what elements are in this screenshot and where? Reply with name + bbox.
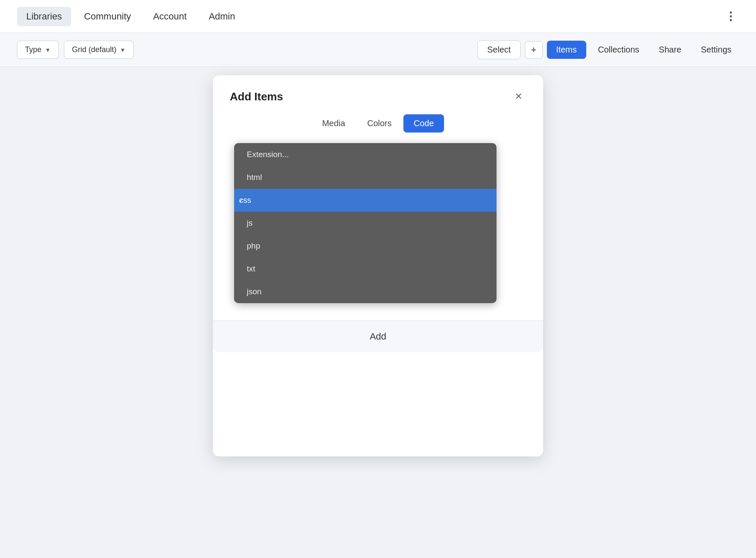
vertical-dots-icon (730, 11, 732, 21)
extension-dropdown-menu: Extension... html ✓ css js php txt (234, 143, 497, 303)
tab-code[interactable]: Code (403, 114, 444, 133)
dropdown-item-js[interactable]: js (234, 212, 497, 235)
toolbar: Type ▼ Grid (default) ▼ Select + Items C… (0, 33, 756, 67)
close-icon: ✕ (515, 91, 522, 102)
dropdown-item-php[interactable]: php (234, 235, 497, 257)
more-menu-button[interactable] (722, 8, 739, 25)
modal-close-button[interactable]: ✕ (511, 89, 526, 104)
nav-item-libraries[interactable]: Libraries (17, 7, 71, 26)
tab-colors[interactable]: Colors (357, 114, 402, 133)
grid-dropdown[interactable]: Grid (default) ▼ (64, 41, 134, 59)
modal-overlay: Add Items ✕ Media Colors Code (0, 67, 756, 101)
type-dropdown[interactable]: Type ▼ (17, 41, 59, 59)
modal-title: Add Items (230, 90, 283, 103)
modal-header: Add Items ✕ (213, 75, 543, 114)
nav-items: Libraries Community Account Admin (17, 7, 244, 26)
nav-item-community[interactable]: Community (74, 7, 140, 26)
modal-add-button[interactable]: Add (230, 331, 526, 342)
dropdown-item-html[interactable]: html (234, 166, 497, 189)
add-items-modal: Add Items ✕ Media Colors Code (213, 75, 543, 456)
check-icon: ✓ (238, 196, 244, 204)
add-button[interactable]: + (525, 41, 543, 59)
dropdown-item-css[interactable]: ✓ css (234, 189, 497, 212)
grid-dropdown-arrow-icon: ▼ (120, 47, 126, 53)
dropdown-item-extension[interactable]: Extension... (234, 143, 497, 166)
items-button[interactable]: Items (547, 41, 586, 59)
modal-footer: Add (213, 320, 543, 352)
nav-item-admin[interactable]: Admin (199, 7, 244, 26)
top-nav: Libraries Community Account Admin (0, 0, 756, 33)
toolbar-right: Select + Items Collections Share Setting… (477, 40, 739, 59)
dropdown-item-txt[interactable]: txt (234, 257, 497, 280)
modal-tabs: Media Colors Code (213, 114, 543, 143)
select-button[interactable]: Select (477, 40, 521, 59)
toolbar-left: Type ▼ Grid (default) ▼ (17, 41, 472, 59)
nav-item-account[interactable]: Account (144, 7, 196, 26)
type-dropdown-arrow-icon: ▼ (45, 47, 51, 53)
tab-media[interactable]: Media (312, 114, 355, 133)
main-content: Add Items ✕ Media Colors Code (0, 67, 756, 101)
plus-icon: + (531, 44, 536, 55)
share-button[interactable]: Share (651, 41, 689, 59)
settings-button[interactable]: Settings (693, 41, 739, 59)
dropdown-item-json[interactable]: json (234, 280, 497, 303)
collections-button[interactable]: Collections (590, 41, 647, 59)
